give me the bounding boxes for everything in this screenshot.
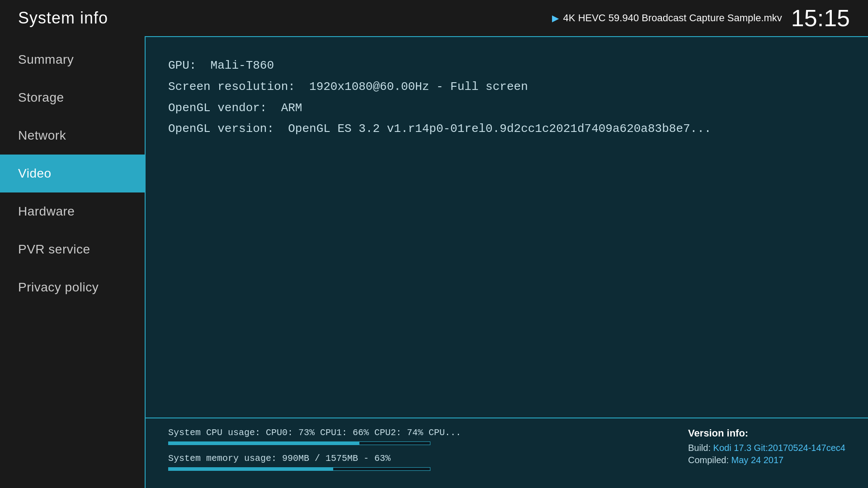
sidebar-item-video[interactable]: Video [0,155,145,192]
build-label: Build: [688,443,711,453]
sidebar-item-hardware[interactable]: Hardware [0,192,145,230]
cpu-progress-fill [169,442,359,445]
version-info: Version info: Build: Kodi 17.3 Git:20170… [688,427,845,467]
memory-progress-container [168,467,430,471]
compiled-label: Compiled: [688,455,729,465]
header: System info ▶ 4K HEVC 59.940 Broadcast C… [0,0,868,36]
build-value: Kodi 17.3 Git:20170524-147cec4 [713,443,845,453]
cpu-status-text: System CPU usage: CPU0: 73% CPU1: 66% CP… [168,427,661,438]
screen-resolution-line: Screen resolution: 868x488@60.00Hz - F… [168,76,845,98]
now-playing-text: 4K HEVC 59.940 Broadcast Capture Sample.… [563,12,782,24]
main-content: Summary Storage Network Video Hardware P… [0,36,868,488]
memory-progress-fill [169,468,333,470]
status-bar: System CPU usage: CPU0: 73% CPU1: 66% CP… [146,418,868,488]
clock: 15:15 [791,5,850,32]
sidebar-item-privacy-policy[interactable]: Privacy policy [0,268,145,306]
content-area: GPU: Mali-T860 Screen resolution: 1920x1… [145,36,868,488]
header-right: ▶ 4K HEVC 59.940 Broadcast Capture Sampl… [552,5,850,32]
sidebar-item-storage[interactable]: Storage [0,79,145,117]
status-left: System CPU usage: CPU0: 73% CPU1: 66% CP… [168,427,661,479]
sidebar-item-network[interactable]: Network [0,117,145,155]
opengl-version-line: OpenGL version: OpenGL ES 3.2 v1.r14p0-0… [168,118,845,140]
build-line: Build: Kodi 17.3 Git:20170524-147cec4 [688,443,845,453]
sidebar: Summary Storage Network Video Hardware P… [0,36,145,488]
memory-status-text: System memory usage: 990MB / 1575MB - 63… [168,453,661,464]
gpu-line: GPU: Mali-T860 [168,55,845,76]
play-icon: ▶ [552,13,559,23]
compiled-line: Compiled: May 24 2017 [688,455,845,465]
opengl-vendor-line: OpenGL vendor: ARM [168,98,845,119]
compiled-value: May 24 2017 [731,455,784,465]
sidebar-item-summary[interactable]: Summary [0,41,145,79]
now-playing: ▶ 4K HEVC 59.940 Broadcast Capture Sampl… [552,12,782,24]
page-title: System info [18,9,108,28]
content-body: GPU: Mali-T860 Screen resolution: 1920x1… [146,37,868,418]
sidebar-item-pvr-service[interactable]: PVR service [0,230,145,268]
cpu-progress-container [168,441,430,445]
version-title: Version info: [688,427,845,439]
